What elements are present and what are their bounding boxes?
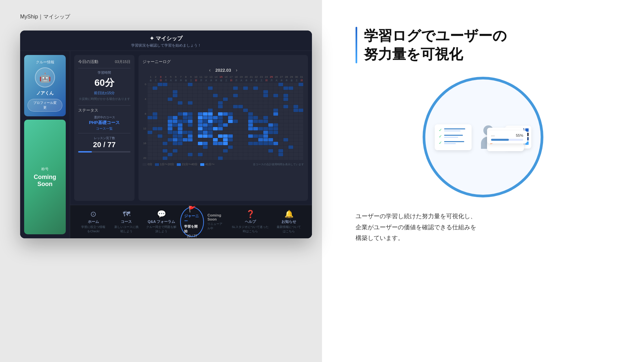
- heatmap-cell: [278, 105, 283, 108]
- heatmap-cell: [183, 134, 187, 138]
- nav-notify[interactable]: 🔔 お知らせ 最新情報についてはこちら: [272, 208, 305, 236]
- app-subtitle: 学習状況を確認して学習を始めましょう！: [27, 43, 305, 48]
- heatmap-cell: [278, 157, 283, 160]
- heatmap-cell: [218, 94, 223, 97]
- heatmap-cell: [293, 101, 298, 105]
- prev-month-button[interactable]: ‹: [209, 67, 211, 73]
- heatmap-cell: [293, 83, 298, 86]
- heatmap-cell: [238, 90, 243, 94]
- heatmap-cell: [183, 116, 187, 119]
- heatmap-cell: [293, 109, 298, 112]
- heatmap-cell: [253, 90, 258, 94]
- heatmap-cell: [273, 90, 278, 94]
- heatmap-cell: [193, 101, 198, 105]
- heatmap-cell: [188, 120, 193, 123]
- heatmap-cell: [193, 138, 198, 141]
- heatmap-cell: [263, 90, 268, 94]
- heatmap-cell: [213, 153, 218, 156]
- heatmap-cell: [243, 120, 248, 123]
- heatmap-cell: [173, 145, 177, 149]
- heatmap-cell: [268, 98, 273, 101]
- nav-home[interactable]: ⊙ ホーム 学習に役立つ情報をCheck!: [77, 208, 110, 236]
- heatmap-cell: [163, 157, 167, 160]
- heatmap-cell: [188, 131, 193, 134]
- heatmap-cell: [218, 142, 223, 145]
- journey-title: ジャーニーログ: [143, 59, 304, 65]
- heatmap-cell: [253, 131, 258, 134]
- heatmap-cell: [183, 120, 187, 123]
- nav-home-label: ホーム: [88, 219, 99, 224]
- heatmap-cell: [198, 98, 203, 101]
- heatmap-cell: [173, 123, 177, 127]
- heatmap-cell: [198, 142, 203, 145]
- heatmap-cell: [173, 94, 177, 97]
- status-section: ステータス 選択中のコース PHP基礎コース コース一覧 レッスン完了数 20 …: [78, 105, 130, 153]
- heatmap-cell: [228, 153, 233, 156]
- heatmap-cell: [208, 149, 213, 153]
- nav-course[interactable]: 🗺 コース 新しいコースに挑戦しよう: [110, 208, 143, 236]
- heatmap-cell: [288, 142, 293, 145]
- heatmap-cell: [248, 142, 253, 145]
- heatmap-cell: [293, 149, 298, 153]
- lesson-progress-bg: [78, 151, 130, 153]
- heatmap-cell: [238, 131, 243, 134]
- heatmap-cell: [213, 101, 218, 105]
- heatmap-cell: [163, 105, 167, 108]
- heatmap-cell: [163, 145, 167, 149]
- heatmap-cell: [268, 127, 273, 130]
- heatmap-cell: [248, 86, 253, 90]
- heatmap-cell: [299, 116, 303, 119]
- nav-help[interactable]: ❓ ヘルプ SLスタジオについて迷った時はこちら: [228, 208, 272, 236]
- heatmap-cell: [163, 116, 167, 119]
- heatmap-cell: [253, 127, 258, 130]
- heatmap-cell: [218, 109, 223, 112]
- nav-notify-sub: 最新情報についてはこちら: [276, 225, 302, 234]
- heatmap-cell: [148, 157, 152, 160]
- heatmap-cell: [283, 127, 288, 130]
- heatmap-cell: [248, 145, 253, 149]
- heatmap-cell: [258, 138, 263, 141]
- heatmap-cell: [208, 109, 213, 112]
- heatmap-cell: [283, 98, 288, 101]
- heatmap-cell: [278, 138, 283, 141]
- lesson-value: 20 / 77: [78, 140, 130, 149]
- heatmap-row: [143, 153, 304, 156]
- heatmap-cell: [173, 134, 177, 138]
- heatmap-cell: [178, 138, 182, 141]
- next-month-button[interactable]: ›: [236, 67, 237, 73]
- heatmap-cell: [158, 157, 162, 160]
- heatmap-cell: [268, 142, 273, 145]
- heatmap-row: [143, 86, 304, 90]
- course-link[interactable]: コース一覧: [78, 126, 130, 131]
- heatmap-cell: [233, 94, 238, 97]
- heatmap-cell: [203, 94, 208, 97]
- heatmap-cell: [183, 142, 187, 145]
- heatmap-cell: [228, 123, 233, 127]
- heatmap-cell: [203, 83, 208, 86]
- heatmap-cell: [218, 157, 223, 160]
- divider-1: [78, 68, 130, 68]
- heatmap-cell: [168, 101, 172, 105]
- home-icon: ⊙: [90, 210, 96, 219]
- heatmap-cell: [238, 145, 243, 149]
- heatmap-cell: [273, 131, 278, 134]
- heatmap-cell: [263, 94, 268, 97]
- heatmap-cell: [288, 138, 293, 141]
- heatmap-cell: [283, 86, 288, 90]
- nav-help-label: ヘルプ: [245, 219, 256, 224]
- heatmap-cell: [223, 134, 228, 138]
- heatmap-cell: [148, 83, 152, 86]
- heatmap-cell: [273, 149, 278, 153]
- heatmap-cell: [258, 98, 263, 101]
- heatmap-cell: [198, 90, 203, 94]
- nav-qa[interactable]: 💬 Q&A フォーラム クルー同士で問題を解決しよう: [143, 208, 180, 236]
- logo: MyShip｜マイシップ: [20, 13, 302, 20]
- heatmap-cell: [218, 127, 223, 130]
- heatmap-cell: [283, 105, 288, 108]
- heatmap-cell: [273, 98, 278, 101]
- heatmap-cell: [173, 157, 177, 160]
- heatmap-cell: [158, 94, 162, 97]
- heatmap-cell: [178, 98, 182, 101]
- profile-button[interactable]: プロフィール変更: [28, 99, 62, 112]
- nav-journey[interactable]: 🚩 ジャーニー 学習を開始 20 / 77: [180, 207, 204, 237]
